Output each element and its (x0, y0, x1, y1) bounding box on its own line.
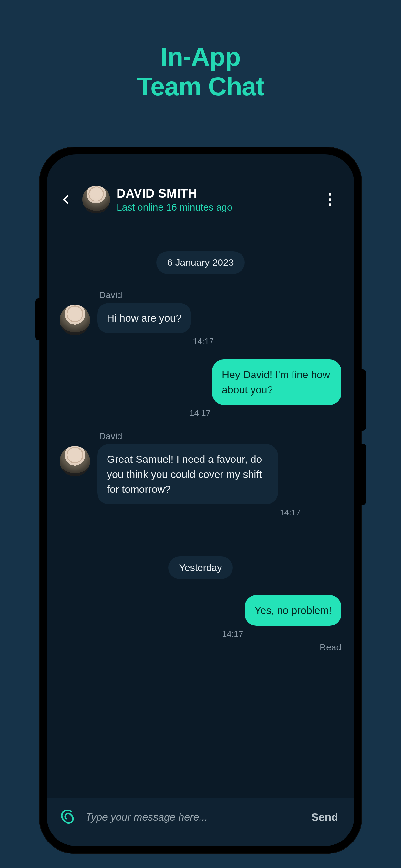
message-bubble[interactable]: Great Samuel! I need a favour, do you th… (97, 444, 278, 504)
read-status: Read (320, 642, 341, 653)
bubble-wrap: Yes, no problem! 14:17 (245, 595, 341, 639)
phone-frame: DAVID SMITH Last online 16 minutes ago 6… (39, 147, 362, 854)
phone-side-button-left (35, 299, 40, 340)
contact-name: DAVID SMITH (117, 187, 315, 200)
screen: DAVID SMITH Last online 16 minutes ago 6… (47, 154, 354, 846)
message-row: Hi how are you? 14:17 (60, 303, 341, 346)
header-avatar[interactable] (82, 186, 110, 213)
chat-header: DAVID SMITH Last online 16 minutes ago (47, 154, 354, 219)
message-bubble[interactable]: Hey David! I'm fine how about you? (212, 360, 341, 405)
message-bubble[interactable]: Yes, no problem! (245, 595, 341, 625)
message-timestamp: 14:17 (280, 507, 301, 518)
input-bar: Send (47, 798, 354, 846)
message-input[interactable] (86, 811, 302, 823)
message-timestamp: 14:17 (189, 408, 211, 418)
back-button[interactable] (57, 190, 76, 209)
chat-body[interactable]: 6 January 2023 David Hi how are you? 14:… (47, 219, 354, 798)
date-divider: Yesterday (168, 556, 233, 579)
contact-status: Last online 16 minutes ago (117, 202, 315, 213)
header-text: DAVID SMITH Last online 16 minutes ago (117, 187, 315, 213)
message-timestamp: 14:17 (193, 337, 214, 346)
more-button[interactable] (322, 190, 338, 209)
svg-point-1 (329, 198, 331, 201)
incoming-message-group: David Great Samuel! I need a favour, do … (60, 431, 341, 518)
attachment-icon (60, 810, 75, 825)
message-bubble[interactable]: Hi how are you? (97, 303, 191, 333)
message-avatar[interactable] (60, 446, 90, 476)
sender-name: David (99, 431, 341, 441)
chevron-left-icon (61, 194, 72, 205)
send-button[interactable]: Send (311, 811, 338, 824)
attach-button[interactable] (60, 809, 76, 825)
bubble-wrap: Great Samuel! I need a favour, do you th… (97, 444, 278, 518)
message-avatar[interactable] (60, 305, 90, 335)
hero-title: In-App Team Chat (137, 42, 264, 101)
message-row: Great Samuel! I need a favour, do you th… (60, 444, 341, 518)
svg-point-0 (329, 193, 331, 196)
message-timestamp: 14:17 (222, 629, 243, 639)
phone-side-button-right-2 (361, 444, 366, 505)
bubble-wrap: Hi how are you? 14:17 (97, 303, 191, 346)
phone-side-button-right-1 (361, 369, 366, 431)
more-vertical-icon (328, 193, 332, 206)
hero-line-1: In-App (137, 42, 264, 72)
bubble-wrap: Hey David! I'm fine how about you? 14:17 (212, 360, 341, 418)
outgoing-message-group: Yes, no problem! 14:17 Read (60, 595, 341, 652)
outgoing-message-group: Hey David! I'm fine how about you? 14:17 (60, 360, 341, 418)
sender-name: David (99, 290, 341, 300)
svg-point-2 (329, 204, 331, 206)
page: In-App Team Chat DAVID SMITH Last online… (0, 0, 401, 868)
incoming-message-group: David Hi how are you? 14:17 (60, 290, 341, 346)
hero-line-2: Team Chat (137, 72, 264, 101)
date-divider: 6 January 2023 (156, 251, 245, 274)
